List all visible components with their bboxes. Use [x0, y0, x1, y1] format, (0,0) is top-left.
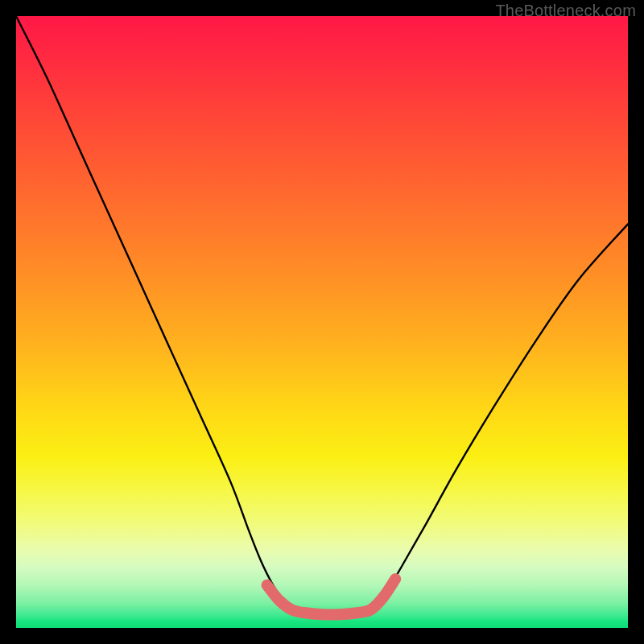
curve-layer	[16, 16, 628, 628]
bottom-highlight-line	[267, 579, 396, 614]
chart-stage: TheBottleneck.com	[0, 0, 644, 644]
v-curve-line	[16, 16, 628, 615]
plot-area	[16, 16, 628, 628]
